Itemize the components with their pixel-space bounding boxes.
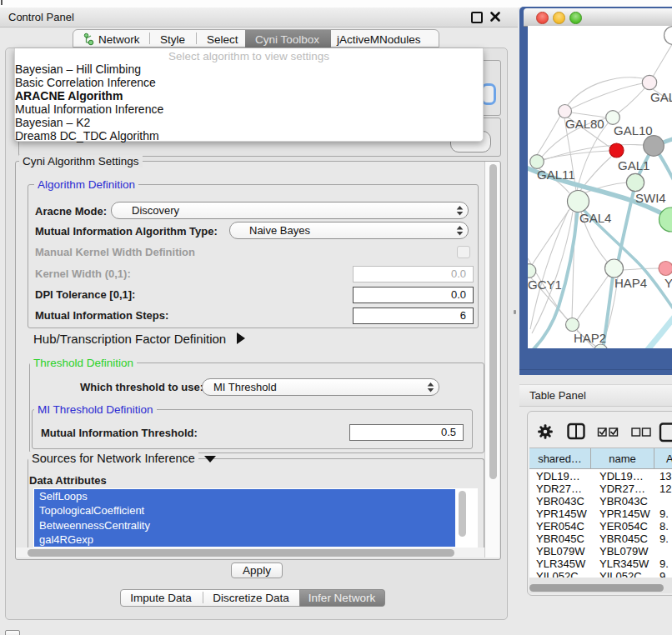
svg-text:HAP4: HAP4 [614,276,647,290]
svg-text:SWI4: SWI4 [635,191,666,205]
svg-text:GAL1: GAL1 [618,158,649,172]
svg-text:GAL4: GAL4 [579,211,611,225]
svg-text:HAP2: HAP2 [574,331,606,345]
svg-text:Y: Y [664,276,672,290]
svg-text:GAL11: GAL11 [537,168,575,182]
svg-text:GAL80: GAL80 [565,117,604,131]
svg-text:GCY1: GCY1 [528,278,562,292]
svg-text:GAL2: GAL2 [650,90,672,104]
svg-text:GAL10: GAL10 [614,123,653,138]
